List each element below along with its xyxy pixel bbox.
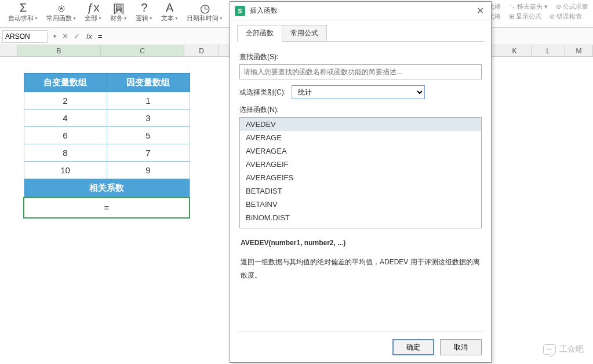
logic-button[interactable]: ? 逻辑▼	[132, 1, 157, 23]
fx-icon: ƒx	[87, 1, 99, 14]
column-header-c[interactable]: C	[101, 45, 184, 56]
table-row: 21	[24, 92, 190, 110]
list-item[interactable]: AVERAGEIF	[240, 158, 481, 171]
formula-result-cell[interactable]: =	[24, 198, 190, 218]
ribbon-right-tools: 元格 ↘ 移去箭头 ▾ ⊘ 公式求值 元格 ⊞ 显示公式 ⊘ 错误检查	[488, 1, 588, 21]
category-select[interactable]: 统计	[292, 85, 425, 99]
list-item[interactable]: AVEDEV	[240, 118, 481, 131]
list-item[interactable]: BINOM.DIST	[240, 211, 481, 224]
insert-function-dialog: S 插入函数 ✕ 全部函数 常用公式 查找函数(S): 或选择类别(C): 统计…	[230, 1, 492, 363]
header-x: 自变量数组	[24, 74, 107, 92]
finance-icon: 圓	[113, 1, 125, 14]
watermark: •• 工众吧	[543, 344, 584, 355]
dialog-title: 插入函数	[250, 6, 278, 16]
wechat-icon: ••	[543, 344, 556, 355]
tab-all-functions[interactable]: 全部函数	[237, 25, 282, 42]
function-signature: AVEDEV(number1, number2, ...)	[241, 236, 481, 250]
function-desc-text: 返回一组数据与其均值的绝对偏差的平均值，ADEDEV 用于评测这组数据的离散度。	[241, 256, 481, 282]
list-item[interactable]: BETAINV	[240, 198, 481, 211]
name-box-dropdown[interactable]: ▼	[50, 34, 60, 39]
ok-button[interactable]: 确定	[392, 339, 434, 355]
select-function-label: 选择函数(N):	[239, 105, 482, 115]
search-label: 查找函数(S):	[239, 52, 482, 62]
accept-formula-icon[interactable]: ✓	[71, 32, 83, 41]
header-y: 因变量数组	[107, 74, 190, 92]
fx-star-icon: ⍟	[58, 1, 65, 14]
all-functions-button[interactable]: ƒx 全部▼	[81, 1, 105, 23]
error-check-button[interactable]: ⊘ 错误检查	[550, 12, 582, 21]
list-item[interactable]: BETADIST	[240, 184, 481, 198]
text-icon: A	[166, 1, 173, 14]
name-box[interactable]	[2, 30, 48, 43]
close-icon[interactable]: ✕	[474, 5, 486, 16]
table-row: 43	[24, 110, 190, 127]
dialog-tabs: 全部函数 常用公式	[230, 20, 491, 42]
clock-icon: ◷	[200, 1, 210, 14]
column-header-b[interactable]: B	[17, 45, 101, 56]
show-formulas-button[interactable]: ⊞ 显示公式	[509, 12, 541, 21]
evaluate-formula-button[interactable]: ⊘ 公式求值	[556, 2, 588, 11]
category-label: 或选择类别(C):	[239, 88, 286, 97]
tab-common-formulas[interactable]: 常用公式	[282, 25, 327, 42]
sigma-icon: Σ	[20, 1, 27, 14]
column-header-m[interactable]: M	[565, 45, 593, 56]
wps-logo-icon: S	[235, 6, 245, 16]
table-row: 65	[24, 127, 190, 144]
column-header-d[interactable]: D	[184, 45, 219, 56]
correlation-label: 相关系数	[24, 179, 190, 198]
table-row: 87	[24, 144, 190, 162]
finance-button[interactable]: 圓 财务▼	[107, 1, 131, 23]
list-item[interactable]: AVERAGE	[240, 131, 481, 144]
insert-function-icon[interactable]: fx	[83, 32, 96, 41]
list-item[interactable]: AVERAGEA	[240, 144, 481, 158]
remove-arrows-button[interactable]: ↘ 移去箭头 ▾	[509, 2, 548, 11]
data-table: 自变量数组 因变量数组 21 43 65 87 109 相关系数 =	[23, 73, 190, 219]
list-item[interactable]: AVERAGEIFS	[240, 171, 481, 184]
search-input[interactable]	[239, 64, 482, 79]
select-all-corner[interactable]	[0, 45, 17, 56]
table-row: 109	[24, 162, 190, 179]
text-button[interactable]: A 文本▼	[158, 1, 182, 23]
datetime-button[interactable]: ◷ 日期和时间▼	[183, 1, 227, 23]
column-header-l[interactable]: L	[532, 45, 565, 56]
function-listbox[interactable]: AVEDEV AVERAGE AVERAGEA AVERAGEIF AVERAG…	[239, 117, 482, 228]
logic-icon: ?	[141, 1, 147, 14]
autosum-button[interactable]: Σ 自动求和▼	[5, 1, 42, 23]
column-header-k[interactable]: K	[498, 45, 532, 56]
cancel-button[interactable]: 取消	[440, 339, 482, 355]
watermark-text: 工众吧	[559, 344, 584, 355]
cancel-formula-icon[interactable]: ✕	[60, 32, 71, 41]
dialog-titlebar[interactable]: S 插入函数 ✕	[230, 2, 491, 20]
common-functions-button[interactable]: ⍟ 常用函数▼	[43, 1, 80, 23]
function-description: AVEDEV(number1, number2, ...) 返回一组数据与其均值…	[239, 228, 482, 290]
